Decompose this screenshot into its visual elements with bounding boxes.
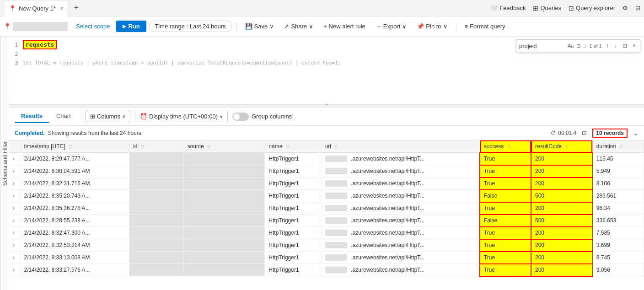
query-tab[interactable]: 📍 New Query 1* × bbox=[4, 0, 68, 16]
table-row: ›2/14/2022, 8:32:47.300 A... ...HttpTrig… bbox=[9, 227, 644, 239]
id-filter-icon[interactable]: ▽ bbox=[141, 144, 145, 149]
row-resultcode-5: 500 bbox=[531, 215, 592, 227]
search-more-button[interactable]: ⊡ bbox=[621, 42, 628, 49]
row-id-9 bbox=[129, 264, 183, 276]
row-expand-4[interactable]: › bbox=[9, 202, 20, 215]
time-chevron-icon: ∨ bbox=[220, 114, 223, 119]
row-source-9: ... bbox=[183, 264, 265, 276]
table-row: ›2/14/2022, 8:33:27.576 A... ...HttpTrig… bbox=[9, 264, 644, 276]
time-range-button[interactable]: Time range : Last 24 hours bbox=[149, 21, 232, 32]
col-success[interactable]: success ▽ bbox=[480, 140, 531, 153]
col-name[interactable]: name ▽ bbox=[265, 140, 321, 153]
toolbar: 📍 Select scope ▶ Run Time range : Last 2… bbox=[0, 16, 644, 37]
search-input[interactable] bbox=[519, 43, 565, 49]
row-duration-1: 5.949 bbox=[592, 165, 644, 177]
scope-pin-icon: 📍 bbox=[4, 23, 11, 30]
group-columns-toggle[interactable] bbox=[232, 113, 249, 121]
row-id-1 bbox=[129, 165, 183, 177]
source-filter-icon[interactable]: ▽ bbox=[207, 144, 211, 149]
resize-handle[interactable]: ⌃ bbox=[9, 104, 644, 107]
row-timestamp-6: 2/14/2022, 8:32:47.300 A... bbox=[20, 227, 129, 239]
search-up-button[interactable]: ↑ bbox=[605, 42, 610, 49]
row-expand-7[interactable]: › bbox=[9, 239, 20, 252]
search-word-icon[interactable]: .⃟ bbox=[583, 43, 586, 48]
save-button[interactable]: 💾 Save ∨ bbox=[242, 21, 278, 32]
expand-results-icon[interactable]: ⌄ bbox=[633, 129, 639, 137]
col-resultcode[interactable]: resultCode ▽ bbox=[531, 140, 592, 153]
row-success-9: True bbox=[480, 264, 531, 276]
schema-filter-sidebar[interactable]: Schema and Filter bbox=[0, 37, 9, 290]
select-scope-button[interactable]: Select scope bbox=[72, 21, 113, 32]
row-expand-8[interactable]: › bbox=[9, 252, 20, 264]
gear-icon: ⚙ bbox=[623, 5, 628, 11]
success-filter-icon[interactable]: ▽ bbox=[507, 144, 511, 149]
row-expand-9[interactable]: › bbox=[9, 264, 20, 276]
run-button[interactable]: ▶ Run bbox=[116, 21, 146, 32]
col-expand bbox=[9, 140, 20, 153]
new-alert-button[interactable]: + New alert rule bbox=[320, 21, 369, 32]
row-name-0: HttpTrigger1 bbox=[265, 153, 321, 165]
name-filter-icon[interactable]: ▽ bbox=[286, 144, 290, 149]
feedback-link[interactable]: 🤍 Feedback bbox=[490, 5, 526, 11]
row-timestamp-0: 2/14/2022, 8:29:47.577 A... bbox=[20, 153, 129, 165]
row-resultcode-8: 200 bbox=[531, 252, 592, 264]
search-down-button[interactable]: ↓ bbox=[613, 42, 618, 49]
results-table-container[interactable]: timestamp [UTC] ▽ id ▽ source ▽ name bbox=[9, 140, 644, 290]
col-source[interactable]: source ▽ bbox=[183, 140, 265, 153]
table-row: ›2/14/2022, 8:29:47.577 A... ...HttpTrig… bbox=[9, 153, 644, 165]
col-id[interactable]: id ▽ bbox=[129, 140, 183, 153]
row-source-6: ... bbox=[183, 227, 265, 239]
tab-chart[interactable]: Chart bbox=[50, 110, 77, 123]
pin-chevron-icon: ∨ bbox=[443, 23, 448, 30]
row-expand-6[interactable]: › bbox=[9, 227, 20, 239]
main-area: Schema and Filter Aa ⊡ .⃟ 1 of 1 ↑ ↓ ⊡ ×… bbox=[0, 37, 644, 290]
row-url-1: https:// .azurewebsites.net/api/HttpT... bbox=[321, 165, 480, 177]
row-name-6: HttpTrigger1 bbox=[265, 227, 321, 239]
row-id-6 bbox=[129, 227, 183, 239]
col-duration[interactable]: duration ▽ bbox=[592, 140, 644, 153]
code-line-3: let TOTAL = requests | where timestamp >… bbox=[23, 59, 639, 68]
row-expand-1[interactable]: › bbox=[9, 165, 20, 177]
settings-button[interactable]: ⚙ bbox=[623, 5, 628, 11]
query-explorer-link[interactable]: ⊡ Query explorer bbox=[569, 5, 615, 12]
columns-option[interactable]: ⊞ Columns ∨ bbox=[85, 111, 130, 122]
timestamp-filter-icon[interactable]: ▽ bbox=[69, 144, 72, 149]
editor-area: Aa ⊡ .⃟ 1 of 1 ↑ ↓ ⊡ × 1 2 3 requests bbox=[9, 37, 644, 107]
row-duration-2: 8.106 bbox=[592, 177, 644, 190]
tab-results[interactable]: Results bbox=[15, 110, 49, 123]
row-url-5: https:// .azurewebsites.net/api/HttpT... bbox=[321, 215, 480, 227]
format-query-button[interactable]: ≡ Format query bbox=[461, 21, 509, 32]
duration-filter-icon[interactable]: ▽ bbox=[620, 144, 623, 149]
display-time-option[interactable]: ⏰ Display time (UTC+00:00) ∨ bbox=[135, 111, 228, 122]
row-success-4: True bbox=[480, 202, 531, 215]
resultcode-filter-icon[interactable]: ▽ bbox=[565, 144, 569, 149]
row-expand-3[interactable]: › bbox=[9, 190, 20, 202]
layout-button[interactable]: ⊟ bbox=[635, 5, 640, 11]
row-source-8: ... bbox=[183, 252, 265, 264]
col-timestamp[interactable]: timestamp [UTC] ▽ bbox=[20, 140, 129, 153]
share-icon: ↗ bbox=[284, 23, 289, 30]
row-timestamp-4: 2/14/2022, 8:35:36.278 A... bbox=[20, 202, 129, 215]
share-button[interactable]: ↗ Share ∨ bbox=[280, 21, 317, 32]
search-regex-icon[interactable]: ⊡ bbox=[576, 43, 580, 49]
queries-link[interactable]: ⊞ Queries bbox=[533, 5, 561, 12]
row-timestamp-7: 2/14/2022, 8:32:53.814 AM bbox=[20, 239, 129, 252]
row-timestamp-1: 2/14/2022, 8:30:04.591 AM bbox=[20, 165, 129, 177]
tab-close-icon[interactable]: × bbox=[60, 5, 63, 11]
pin-button[interactable]: 📌 Pin to ∨ bbox=[413, 21, 451, 32]
row-expand-2[interactable]: › bbox=[9, 177, 20, 190]
row-expand-5[interactable]: › bbox=[9, 215, 20, 227]
share-chevron-icon: ∨ bbox=[309, 23, 313, 30]
row-expand-0[interactable]: › bbox=[9, 153, 20, 165]
table-row: ›2/14/2022, 8:28:55.238 A... ...HttpTrig… bbox=[9, 215, 644, 227]
save-chevron-icon: ∨ bbox=[269, 23, 274, 30]
separator-2 bbox=[456, 22, 456, 31]
export-button[interactable]: → Export ∨ bbox=[372, 21, 411, 32]
search-close-button[interactable]: × bbox=[631, 42, 637, 49]
url-filter-icon[interactable]: ▽ bbox=[334, 144, 338, 149]
row-id-2 bbox=[129, 177, 183, 190]
col-url[interactable]: url ▽ bbox=[321, 140, 480, 153]
search-case-icon[interactable]: Aa bbox=[568, 43, 574, 48]
new-tab-button[interactable]: + bbox=[70, 1, 82, 15]
row-url-4: https:// .azurewebsites.net/api/HttpT... bbox=[321, 202, 480, 215]
